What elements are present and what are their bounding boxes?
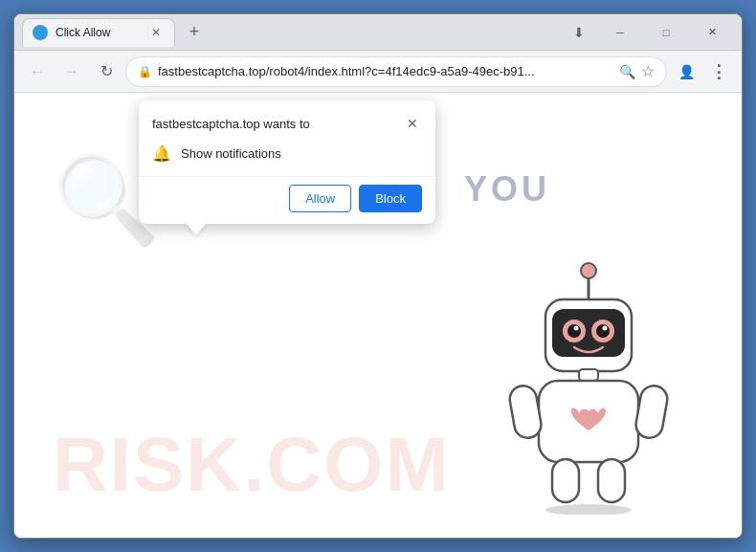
risk-watermark: RISK.COM [53, 421, 451, 509]
svg-point-6 [567, 324, 581, 338]
bookmark-icon[interactable]: ☆ [641, 62, 655, 80]
popup-title: fastbestcaptcha.top wants to [152, 117, 310, 131]
window-controls: ─ □ ✕ [598, 17, 734, 48]
tab-close-button[interactable]: ✕ [147, 24, 165, 41]
minimize-button[interactable]: ─ [598, 17, 642, 48]
svg-point-9 [603, 326, 608, 331]
tab-title: Click Allow [56, 26, 140, 39]
title-bar: 🌐 Click Allow ✕ + ⬇ ─ □ ✕ [14, 14, 742, 51]
address-bar[interactable]: 🔒 fastbestcaptcha.top/robot4/index.html?… [125, 56, 667, 87]
popup-notification-row: 🔔 Show notifications [139, 141, 435, 176]
toolbar-right: 👤 ⋮ [671, 56, 734, 87]
allow-button[interactable]: Allow [289, 185, 351, 212]
tab-favicon: 🌐 [33, 25, 48, 40]
svg-rect-15 [598, 459, 625, 502]
address-search-icon: 🔍 [619, 64, 635, 79]
profile-icon[interactable]: 👤 [671, 56, 701, 87]
menu-icon[interactable]: ⋮ [703, 56, 734, 87]
new-tab-button[interactable]: + [181, 19, 208, 46]
back-button[interactable]: ← [22, 56, 53, 87]
page-content: 🔍 RISK.COM YOU [14, 93, 742, 538]
address-text: fastbestcaptcha.top/robot4/index.html?c=… [158, 64, 613, 78]
maximize-button[interactable]: □ [644, 17, 688, 48]
svg-point-16 [545, 504, 632, 515]
refresh-button[interactable]: ↻ [91, 56, 122, 87]
svg-point-1 [581, 263, 596, 278]
svg-rect-10 [579, 369, 598, 381]
you-text: YOU [464, 169, 550, 210]
popup-buttons: Allow Block [139, 176, 435, 224]
popup-close-button[interactable]: ✕ [403, 114, 422, 133]
popup-header: fastbestcaptcha.top wants to ✕ [139, 100, 435, 141]
browser-window: 🌐 Click Allow ✕ + ⬇ ─ □ ✕ ← → ↻ 🔒 fastbe… [13, 13, 743, 539]
svg-point-8 [574, 326, 579, 331]
svg-point-7 [596, 324, 610, 338]
notification-popup: fastbestcaptcha.top wants to ✕ 🔔 Show no… [139, 100, 435, 224]
block-button[interactable]: Block [359, 185, 422, 212]
svg-rect-13 [634, 384, 669, 440]
notification-text: Show notifications [181, 146, 281, 161]
lock-icon: 🔒 [138, 65, 152, 78]
close-button[interactable]: ✕ [690, 17, 734, 48]
svg-rect-12 [508, 384, 544, 440]
extensions-icon[interactable]: ⬇ [564, 17, 594, 48]
robot-illustration [493, 247, 684, 519]
forward-button[interactable]: → [56, 56, 87, 87]
popup-tail [187, 224, 206, 235]
title-bar-left: 🌐 Click Allow ✕ + [22, 18, 560, 47]
svg-rect-14 [552, 459, 579, 502]
browser-tab[interactable]: 🌐 Click Allow ✕ [22, 18, 175, 47]
bell-icon: 🔔 [152, 144, 171, 163]
toolbar: ← → ↻ 🔒 fastbestcaptcha.top/robot4/index… [14, 51, 742, 93]
